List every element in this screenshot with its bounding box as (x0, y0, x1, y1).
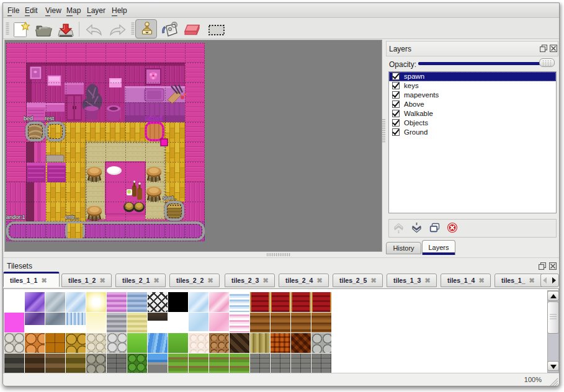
svg-text:andor:1: andor:1 (6, 214, 25, 220)
svg-text:start..: start.. (163, 195, 177, 201)
svg-text:mikhail: mikhail (145, 115, 163, 122)
svg-text:entr...: entr... (65, 214, 79, 220)
svg-text:rest: rest (45, 115, 55, 122)
svg-text:bed: bed (24, 115, 33, 122)
